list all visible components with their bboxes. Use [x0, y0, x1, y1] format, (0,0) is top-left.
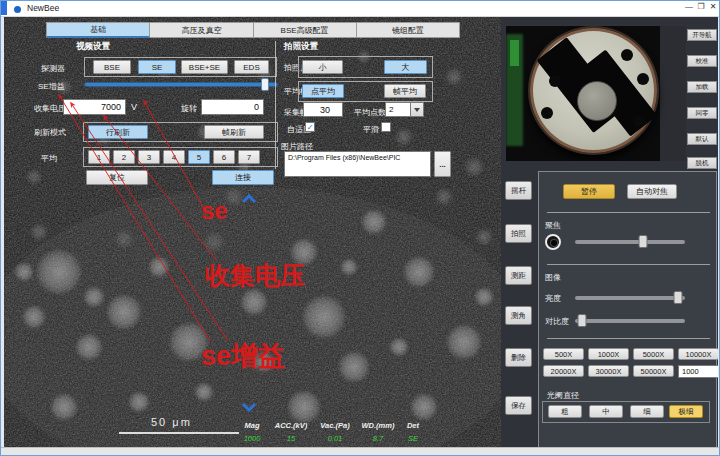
- detector-eds-button[interactable]: EDS: [234, 60, 269, 74]
- average-4-button[interactable]: 4: [163, 150, 185, 164]
- points-combo-dropdown[interactable]: [411, 102, 424, 117]
- focus-slider[interactable]: [575, 240, 685, 244]
- annotation-se: se: [201, 197, 228, 225]
- detector-bse-se-button[interactable]: BSE+SE: [181, 60, 228, 74]
- dropdown-arrow-icon: [414, 108, 420, 112]
- photo-settings-title: 拍照设置: [284, 41, 318, 53]
- window-frame-left: [1, 17, 4, 447]
- brightness-slider[interactable]: [575, 296, 685, 300]
- mag-50000x-button[interactable]: 50000X: [633, 365, 674, 377]
- open-navigation-button[interactable]: 开导航: [687, 29, 717, 41]
- average-2-button[interactable]: 2: [113, 150, 135, 164]
- average-1-button[interactable]: 1: [88, 150, 110, 164]
- tab-bse-advanced[interactable]: BSE高级配置: [254, 22, 357, 38]
- status-value-wd: 8.7: [356, 434, 400, 443]
- frame-refresh-button[interactable]: 帧刷新: [204, 125, 264, 139]
- smooth-checkbox[interactable]: [381, 122, 391, 132]
- contrast-slider[interactable]: [575, 319, 685, 323]
- stage-hole: [637, 73, 649, 85]
- detector-bse-button[interactable]: BSE: [93, 60, 131, 74]
- tab-basic[interactable]: 基础: [46, 22, 150, 38]
- focus-slider-handle[interactable]: [639, 235, 648, 248]
- mag-30000x-button[interactable]: 30000X: [588, 365, 629, 377]
- maximize-button[interactable]: ❐: [695, 2, 707, 11]
- browse-button[interactable]: ...: [434, 151, 451, 177]
- status-bar: Mag 1000 ACC.(kV) 15 Vac.(Pa) 0.01 WD.(m…: [236, 421, 426, 443]
- focus-target-icon[interactable]: [545, 234, 561, 250]
- rotation-label: 旋转: [181, 103, 197, 114]
- average-label: 平均: [41, 153, 57, 164]
- aperture-ultrafine-button[interactable]: 极细: [669, 405, 703, 418]
- frame-average-button[interactable]: 帧平均: [384, 84, 426, 98]
- separator: [547, 212, 710, 213]
- size-large-button[interactable]: 大: [384, 60, 427, 74]
- pause-button[interactable]: 暂停: [563, 184, 615, 199]
- mag-input[interactable]: 1000: [678, 365, 719, 378]
- points-combo-value[interactable]: 2: [385, 102, 411, 117]
- window-accent: [1, 1, 7, 15]
- home-button[interactable]: 回零: [687, 107, 717, 119]
- path-textarea[interactable]: D:\Program Files (x86)\NewBee\PIC: [284, 151, 431, 177]
- offline-button[interactable]: 脱机: [687, 157, 717, 169]
- measure-distance-button[interactable]: 测距: [505, 266, 532, 285]
- mag-500x-button[interactable]: 500X: [543, 348, 584, 360]
- stage-hole: [541, 107, 553, 119]
- se-gain-label: SE增益: [38, 81, 65, 92]
- aperture-fine-button[interactable]: 细: [630, 405, 664, 418]
- save-button[interactable]: 保存: [505, 396, 532, 415]
- tab-lens-config[interactable]: 镜组配置: [357, 22, 460, 38]
- joystick-button[interactable]: 摇杆: [505, 181, 532, 200]
- chevron-down-icon[interactable]: [241, 403, 257, 412]
- mag-5000x-button[interactable]: 5000X: [633, 348, 674, 360]
- delete-button[interactable]: 删除: [505, 348, 532, 367]
- collect-voltage-input[interactable]: 7000: [63, 99, 126, 115]
- average-7-button[interactable]: 7: [238, 150, 260, 164]
- snapshot-button[interactable]: 拍照: [505, 224, 532, 243]
- status-value-mag: 1000: [236, 434, 268, 443]
- reset-button[interactable]: 复位: [86, 170, 148, 185]
- mag-1000x-button[interactable]: 1000X: [588, 348, 629, 360]
- window-title: NewBee: [27, 3, 59, 13]
- se-gain-slider[interactable]: [84, 82, 278, 87]
- detector-se-button[interactable]: SE: [138, 60, 176, 74]
- adaptive-checkbox[interactable]: ✓: [305, 122, 315, 132]
- contrast-slider-handle[interactable]: [577, 314, 586, 327]
- status-value-det: SE: [400, 434, 426, 443]
- size-small-button[interactable]: 小: [302, 60, 343, 74]
- close-button[interactable]: ✕: [707, 2, 719, 11]
- average-3-button[interactable]: 3: [138, 150, 160, 164]
- sample-stage-disc: [530, 28, 657, 153]
- autofocus-button[interactable]: 自动对焦: [627, 184, 677, 199]
- line-refresh-button[interactable]: 行刷新: [88, 125, 148, 139]
- sem-image-viewport: 基础 高压及真空 BSE高级配置 镜组配置 视频设置 探测器 BSE SE BS…: [4, 17, 501, 447]
- status-header-acc: ACC.(kV): [268, 421, 314, 430]
- average-5-button[interactable]: 5: [188, 150, 210, 164]
- scale-bar-line: [119, 432, 239, 434]
- minimize-button[interactable]: —: [683, 2, 695, 11]
- tab-hv-vacuum[interactable]: 高压及真空: [150, 22, 253, 38]
- default-button[interactable]: 默认: [687, 133, 717, 145]
- point-average-button[interactable]: 点平均: [302, 84, 344, 98]
- rotation-input[interactable]: 0: [201, 99, 264, 115]
- measure-angle-button[interactable]: 测角: [505, 306, 532, 325]
- chamber-machinery: [660, 26, 686, 161]
- points-label: 平均点数: [354, 107, 386, 118]
- aperture-label: 光阑直径: [547, 390, 579, 401]
- mag-10000x-button[interactable]: 10000X: [678, 348, 719, 360]
- brightness-slider-handle[interactable]: [674, 291, 683, 304]
- se-gain-slider-handle[interactable]: [261, 78, 269, 91]
- title-bar: NewBee — ❐ ✕: [1, 1, 720, 17]
- status-header-vac: Vac.(Pa): [314, 421, 356, 430]
- app-icon: [14, 6, 21, 13]
- load-button[interactable]: 加载: [687, 81, 717, 93]
- average-6-button[interactable]: 6: [213, 150, 235, 164]
- mag-20000x-button[interactable]: 20000X: [543, 365, 584, 377]
- image-section-label: 图像: [545, 272, 561, 283]
- connect-button[interactable]: 连接: [212, 170, 274, 185]
- frames-input[interactable]: 30: [303, 102, 343, 117]
- aperture-medium-button[interactable]: 中: [589, 405, 623, 418]
- chevron-up-icon[interactable]: [241, 194, 257, 203]
- aperture-coarse-button[interactable]: 粗: [548, 405, 582, 418]
- calibrate-button[interactable]: 校准: [687, 55, 717, 67]
- status-header-wd: WD.(mm): [356, 421, 400, 430]
